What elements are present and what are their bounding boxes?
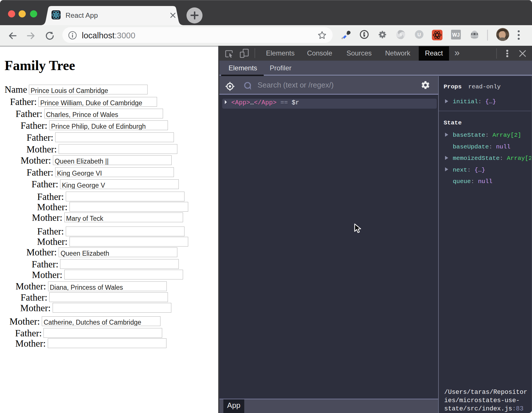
svg-text:ember: ember bbox=[471, 36, 478, 39]
svg-text:WJ: WJ bbox=[452, 32, 460, 38]
svg-text:U: U bbox=[417, 32, 421, 37]
